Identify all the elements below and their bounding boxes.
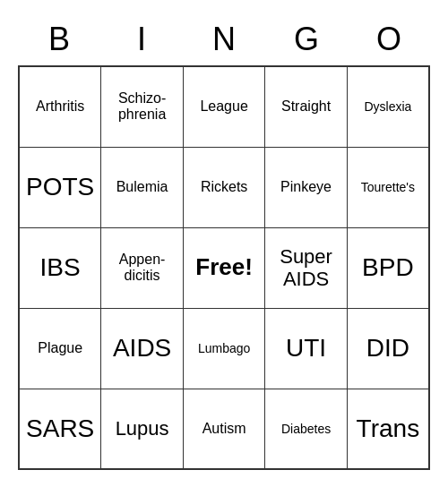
bingo-row-1: POTSBulemiaRicketsPinkeyeTourette's <box>19 147 429 227</box>
cell-text: BPD <box>351 253 425 282</box>
cell-text: UTI <box>269 334 342 363</box>
bingo-cell-4-0: SARS <box>19 389 101 469</box>
bingo-cell-2-2: Free! <box>183 227 265 308</box>
cell-text: IBS <box>23 253 97 282</box>
bingo-grid: ArthritisSchizo-phreniaLeagueStraightDys… <box>18 65 430 470</box>
bingo-cell-2-3: SuperAIDS <box>265 227 347 308</box>
bingo-cell-1-1: Bulemia <box>101 147 184 227</box>
bingo-cell-2-1: Appen-dicitis <box>101 227 184 308</box>
cell-text: Rickets <box>187 179 262 195</box>
bingo-cell-1-4: Tourette's <box>347 147 429 227</box>
header-letter-i: I <box>100 17 183 65</box>
cell-text: Straight <box>269 98 342 115</box>
cell-text: Lupus <box>105 417 179 440</box>
header-letter-o: O <box>348 17 430 65</box>
cell-text: SuperAIDS <box>269 245 342 291</box>
bingo-cell-3-4: DID <box>347 308 429 389</box>
bingo-cell-0-0: Arthritis <box>19 66 101 147</box>
bingo-cell-0-3: Straight <box>265 66 347 147</box>
header-letter-n: N <box>183 17 265 65</box>
bingo-cell-4-1: Lupus <box>101 389 184 469</box>
bingo-cell-3-1: AIDS <box>101 308 184 389</box>
bingo-cell-2-4: BPD <box>347 227 429 308</box>
cell-text: Arthritis <box>23 98 97 115</box>
header-letter-g: G <box>265 17 348 65</box>
cell-text: Plague <box>23 340 97 356</box>
cell-text: Dyslexia <box>351 99 425 114</box>
bingo-card: BINGO ArthritisSchizo-phreniaLeagueStrai… <box>18 17 430 470</box>
bingo-header: BINGO <box>18 17 430 65</box>
cell-text: POTS <box>23 173 97 201</box>
header-letter-b: B <box>18 17 100 65</box>
bingo-cell-1-2: Rickets <box>183 147 265 227</box>
cell-text: Diabetes <box>269 422 342 436</box>
bingo-cell-0-4: Dyslexia <box>347 66 429 147</box>
bingo-cell-3-2: Lumbago <box>183 308 265 389</box>
bingo-cell-1-0: POTS <box>19 147 101 227</box>
bingo-row-2: IBSAppen-dicitisFree!SuperAIDSBPD <box>19 227 429 308</box>
cell-text: Schizo-phrenia <box>105 90 179 124</box>
bingo-cell-1-3: Pinkeye <box>265 147 347 227</box>
bingo-row-0: ArthritisSchizo-phreniaLeagueStraightDys… <box>19 66 429 147</box>
cell-text: Bulemia <box>105 179 179 195</box>
bingo-cell-2-0: IBS <box>19 227 101 308</box>
cell-text: Tourette's <box>351 180 425 194</box>
bingo-cell-0-1: Schizo-phrenia <box>101 66 184 147</box>
cell-text: Pinkeye <box>269 179 342 195</box>
cell-text: Lumbago <box>187 341 262 355</box>
bingo-cell-4-3: Diabetes <box>265 389 347 469</box>
cell-text: Trans <box>351 414 425 443</box>
cell-text: DID <box>351 334 425 363</box>
cell-text: Autism <box>187 421 262 437</box>
bingo-cell-0-2: League <box>183 66 265 147</box>
cell-text: AIDS <box>105 334 179 363</box>
bingo-cell-4-2: Autism <box>183 389 265 469</box>
cell-text: Appen-dicitis <box>105 252 179 285</box>
bingo-cell-3-0: Plague <box>19 308 101 389</box>
bingo-cell-4-4: Trans <box>347 389 429 469</box>
cell-text: Free! <box>187 254 262 281</box>
bingo-row-3: PlagueAIDSLumbagoUTIDID <box>19 308 429 389</box>
cell-text: SARS <box>23 414 97 443</box>
cell-text: League <box>187 98 262 115</box>
bingo-row-4: SARSLupusAutismDiabetesTrans <box>19 389 429 469</box>
bingo-cell-3-3: UTI <box>265 308 347 389</box>
